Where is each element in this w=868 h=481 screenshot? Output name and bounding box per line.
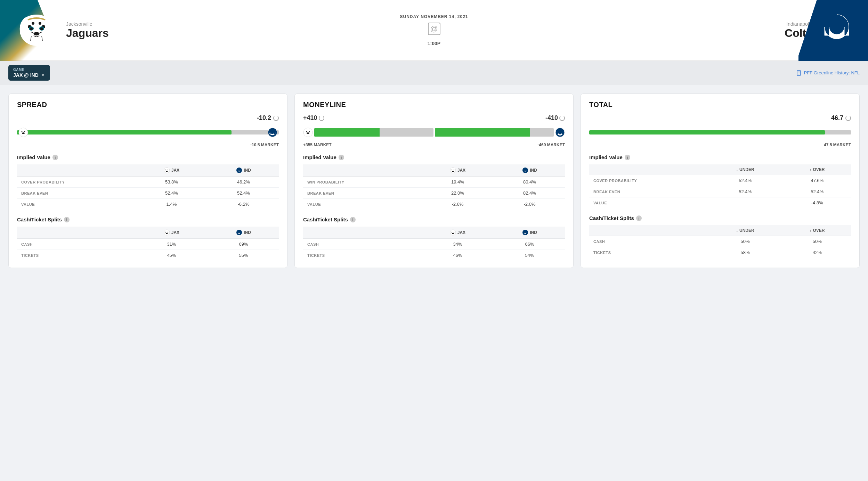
spread-splits-header-jax: JAX <box>135 227 208 239</box>
spread-splits-info-icon[interactable]: i <box>64 217 70 222</box>
total-implied-info-icon[interactable]: i <box>625 155 630 160</box>
row-label: BREAK EVEN <box>589 186 707 197</box>
table-row: WIN PROBABILITY19.4%80.4% <box>303 177 565 188</box>
moneyline-bars <box>303 124 565 141</box>
svg-point-21 <box>268 128 277 137</box>
svg-point-26 <box>236 168 242 173</box>
row-val2: 47.6% <box>783 175 851 186</box>
row-label: WIN PROBABILITY <box>303 177 421 188</box>
svg-point-34 <box>309 131 310 132</box>
spread-implied-info-icon[interactable]: i <box>52 155 58 160</box>
spread-splits-header-empty <box>17 227 135 239</box>
ml-ind-bar-fill <box>435 128 530 137</box>
jaguars-logo <box>14 11 59 49</box>
ml-away-refresh-icon <box>319 115 324 121</box>
moneyline-bar-section: +410 -410 <box>303 114 565 147</box>
spread-implied-header-jax: JAX <box>135 164 208 177</box>
row-val1: 1.4% <box>135 199 208 210</box>
spread-implied-title: Implied Value i <box>17 154 279 160</box>
moneyline-bar-labels: +410 -410 <box>303 114 565 122</box>
svg-point-37 <box>450 168 456 173</box>
ml-implied-info-icon[interactable]: i <box>339 155 344 160</box>
total-splits-header-empty <box>589 225 707 236</box>
total-pff-value-label: 46.7 <box>589 114 851 122</box>
row-val2: 55% <box>208 250 279 261</box>
table-row: BREAK EVEN22.0%82.4% <box>303 188 565 199</box>
ml-splits-info-icon[interactable]: i <box>350 217 356 222</box>
moneyline-market-labels: +355 MARKET -469 MARKET <box>303 142 565 147</box>
table-row: TICKETS45%55% <box>17 250 279 261</box>
spread-bar-fill <box>17 130 232 134</box>
row-val1: 52.4% <box>707 186 784 197</box>
svg-point-9 <box>34 32 39 35</box>
spread-title: SPREAD <box>17 101 279 109</box>
svg-point-41 <box>522 168 528 173</box>
away-team-city: Jacksonville <box>66 21 109 27</box>
away-team: Jacksonville Jaguars <box>14 11 294 49</box>
svg-point-31 <box>236 230 242 235</box>
total-implied-section: Implied Value i ↓ UNDER <box>589 154 851 208</box>
row-label: BREAK EVEN <box>17 188 135 199</box>
row-val1: 22.0% <box>421 188 494 199</box>
row-label: COVER PROBABILITY <box>17 177 135 188</box>
pff-link[interactable]: PFF Greenline History: NFL <box>796 70 860 76</box>
ml-ind-bar <box>435 128 554 137</box>
total-card: TOTAL 46.7 47.5 MARKET Implied Value i <box>581 93 860 268</box>
total-splits-title: Cash/Ticket Splits i <box>589 215 851 221</box>
row-val2: 80.4% <box>494 177 565 188</box>
svg-point-33 <box>306 131 307 132</box>
svg-point-2 <box>32 22 34 25</box>
row-label: TICKETS <box>303 250 421 261</box>
spread-ind-icon <box>268 128 277 137</box>
table-row: VALUE1.4%-6.2% <box>17 199 279 210</box>
svg-point-45 <box>452 233 454 234</box>
svg-point-28 <box>165 232 166 233</box>
ml-jax-icon <box>303 128 313 137</box>
row-label: VALUE <box>589 197 707 209</box>
svg-point-43 <box>452 232 452 233</box>
total-splits-info-icon[interactable]: i <box>636 215 642 221</box>
total-implied-title: Implied Value i <box>589 154 851 160</box>
match-header: Jacksonville Jaguars SUNDAY NOVEMBER 14,… <box>0 0 868 61</box>
spread-bar-wrapper <box>17 124 279 141</box>
row-val2: 52.4% <box>783 186 851 197</box>
table-row: BREAK EVEN52.4%52.4% <box>17 188 279 199</box>
at-symbol: @ <box>428 23 440 35</box>
ml-home-market: -469 MARKET <box>537 142 565 147</box>
svg-point-35 <box>307 132 309 134</box>
colts-logo <box>819 13 854 48</box>
total-implied-table: ↓ UNDER ↑ OVER COVER PROBABILITY52.4%47. <box>589 164 851 208</box>
row-val1: 45% <box>135 250 208 261</box>
row-val2: 50% <box>783 236 851 247</box>
row-label: TICKETS <box>17 250 135 261</box>
svg-point-44 <box>454 232 454 233</box>
row-val2: 52.4% <box>208 188 279 199</box>
total-implied-header-over: ↑ OVER <box>783 164 851 175</box>
total-implied-header-empty <box>589 164 707 175</box>
total-bar-section: 46.7 47.5 MARKET <box>589 114 851 147</box>
match-time: 1:00P <box>294 41 574 46</box>
svg-point-29 <box>168 232 168 233</box>
row-val1: 52.4% <box>707 175 784 186</box>
match-info-center: SUNDAY NOVEMBER 14, 2021 @ 1:00P <box>294 14 574 46</box>
away-team-info: Jacksonville Jaguars <box>66 21 109 40</box>
svg-point-18 <box>22 131 23 132</box>
ml-implied-section: Implied Value i JAX <box>303 154 565 210</box>
row-val2: 54% <box>494 250 565 261</box>
row-val2: 69% <box>208 239 279 250</box>
game-selector-button[interactable]: GAME JAX @ IND <box>8 65 50 81</box>
svg-point-7 <box>30 27 33 30</box>
spread-card: SPREAD -10.2 <box>8 93 287 268</box>
spread-implied-table: JAX IND COVER PROBABILITY53.8%46.2%BREAK… <box>17 164 279 210</box>
row-val1: — <box>707 197 784 209</box>
spread-pff-value-label: -10.2 <box>17 114 279 122</box>
total-splits-header-under: ↓ UNDER <box>707 225 784 236</box>
table-row: TICKETS46%54% <box>303 250 565 261</box>
table-row: COVER PROBABILITY53.8%46.2% <box>17 177 279 188</box>
ml-implied-header-jax: JAX <box>421 164 494 177</box>
ml-jax-bar-fill <box>314 128 380 137</box>
table-row: VALUE-2.6%-2.0% <box>303 199 565 210</box>
spread-implied-header-ind: IND <box>208 164 279 177</box>
total-splits-header-over: ↑ OVER <box>783 225 851 236</box>
row-val2: 42% <box>783 247 851 258</box>
